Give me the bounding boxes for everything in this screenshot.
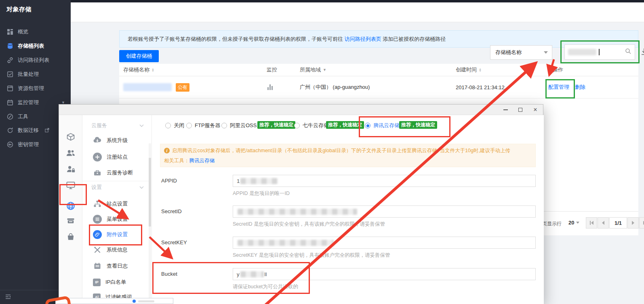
filter-funnel-icon[interactable]: ▼ <box>323 68 326 72</box>
menu-item-site-settings[interactable]: 站点设置 <box>82 197 149 211</box>
printer-icon[interactable] <box>66 216 76 226</box>
search-input[interactable] <box>564 44 635 60</box>
bucket-label: Bucket <box>161 268 177 280</box>
menu-item-attachment-settings[interactable]: 附件设置 <box>82 228 149 241</box>
sidebar-item-label: 存储桶列表 <box>18 42 44 50</box>
page-indicator: 1/1 <box>609 217 627 229</box>
bar-chart-icon[interactable] <box>267 84 273 90</box>
link-icon <box>7 57 13 63</box>
attachment-settings-panel: 关闭 FTP服务器 阿里云OSS 推荐，快速稳定 七牛云存储 推荐，快速稳定 腾… <box>152 115 544 304</box>
dialog-titlebar[interactable]: × <box>59 105 543 115</box>
banner-link[interactable]: 访问路径列表页 <box>345 36 381 42</box>
package-icon <box>7 85 13 92</box>
grid-icon <box>7 29 13 35</box>
sidebar-item-access-paths[interactable]: 访问路径列表 <box>0 53 71 67</box>
menu-item-system-upgrade[interactable]: 系统升级 <box>82 134 149 147</box>
sidebar-item-bucket-list[interactable]: 存储桶列表 <box>0 39 71 53</box>
sidebar-item-overview[interactable]: 概览 <box>0 25 71 39</box>
col-header-bucket-name: 存储桶名称 ▲▼ <box>123 64 154 76</box>
menu-item-ip-whitelist[interactable]: IP IP白名单 <box>82 275 149 289</box>
menu-item-view-logs[interactable]: 查看日志 <box>82 259 149 273</box>
cloud-download-icon <box>93 136 102 145</box>
menu-group-cloud[interactable]: 云服务 <box>91 122 144 129</box>
cloud-service-icon[interactable] <box>66 132 76 142</box>
menu-group-settings[interactable]: 设置 <box>91 184 144 191</box>
close-button[interactable]: × <box>529 106 541 113</box>
maximize-button[interactable] <box>514 106 526 113</box>
monitor-icon[interactable] <box>66 180 76 190</box>
bucket-help: 请保证bucket为可公共读取的 <box>233 283 298 290</box>
minimize-button[interactable] <box>499 106 511 113</box>
radio-tencent-cos[interactable]: 腾讯云存储 <box>365 122 400 129</box>
bucket-input[interactable]: y ll <box>233 268 536 280</box>
sidebar-item-label: 工具 <box>18 113 28 120</box>
cos-tool-link[interactable]: 腾讯云存储 <box>189 158 215 164</box>
radio-qiniu[interactable]: 七牛云存储 <box>294 122 329 129</box>
col-header-created: 创建时间 ▲▼ <box>456 64 482 76</box>
chevron-down-icon <box>544 51 548 54</box>
banner-text: 若根账号授予了子账号某存储桶的权限，但未授子账号获取存储桶列表的权限，子账号可前… <box>128 36 345 42</box>
screen: 存储桶列表 控制台文档 SDK文档 对象存储 概览 存储桶列表 访问路径列表 批… <box>0 0 644 304</box>
recommend-badge: 推荐，快速稳定 <box>257 121 295 129</box>
chevron-down-icon <box>576 222 579 224</box>
sidebar-item-label: 访问路径列表 <box>18 57 49 64</box>
last-page-button[interactable] <box>639 217 644 229</box>
radio-off[interactable]: 关闭 <box>165 122 184 129</box>
sidebar-item-label: 批量处理 <box>18 71 39 78</box>
sidebar-item-label: 数据迁移 <box>18 127 39 134</box>
sort-icon[interactable]: ▲▼ <box>152 68 154 72</box>
next-page-button[interactable] <box>627 217 639 229</box>
create-bucket-button[interactable]: 创建存储桶 <box>119 50 159 62</box>
delete-link[interactable]: 删除 <box>575 84 585 91</box>
sidebar-item-label: 监控管理 <box>18 99 39 106</box>
actions-cell: 配置管理 删除 <box>548 76 585 98</box>
monitor-cell[interactable] <box>267 76 273 98</box>
redacted-value <box>238 240 334 246</box>
notice-tools: 相关工具：腾讯云存储 <box>164 157 215 164</box>
radio-selected-icon <box>365 123 370 128</box>
dialog-menu: 云服务 系统升级 注册站点 云服务诊断 设置 站点设置 <box>82 115 152 304</box>
filter-field-select[interactable]: 存储桶名称 <box>490 45 552 60</box>
tooltip-fragment <box>55 298 173 304</box>
recommend-badge: 推荐，快速稳定 <box>326 121 364 129</box>
menu-item-menu-settings[interactable]: 菜单设置 <box>82 212 149 226</box>
paperclip-icon <box>93 230 102 239</box>
secretid-input[interactable] <box>233 205 536 218</box>
text-cursor <box>599 49 600 55</box>
prev-page-button[interactable] <box>598 217 609 229</box>
download-list-icon[interactable] <box>640 48 644 57</box>
plus-circle-icon <box>93 153 102 161</box>
bucket-name-cell[interactable]: 公有 <box>123 76 189 98</box>
radio-ftp[interactable]: FTP服务器 <box>186 122 221 129</box>
col-header-monitor: 监控 <box>267 64 277 76</box>
region-cell: 广州（中国） (ap-guangzhou) <box>300 76 370 98</box>
configure-link[interactable]: 配置管理 <box>548 84 569 91</box>
sidebar-item-batch[interactable]: 批量处理 <box>0 67 71 81</box>
recommend-badge: 推荐，快速稳定 <box>399 121 437 129</box>
top-strip <box>0 0 644 2</box>
bag-icon[interactable] <box>66 232 76 242</box>
blue-dot-icon <box>133 300 136 303</box>
appid-input[interactable]: 1 <box>233 175 536 187</box>
filter-selected-value: 存储桶名称 <box>495 49 522 56</box>
user-lock-icon[interactable] <box>66 164 76 174</box>
search-icon[interactable] <box>625 48 631 56</box>
sort-icon[interactable]: ▲▼ <box>479 68 482 72</box>
appid-label: APPID <box>161 175 177 187</box>
radio-aliyun-oss[interactable]: 阿里云OSS <box>221 122 257 129</box>
sidebar-item-label: 密钥管理 <box>18 141 39 148</box>
menu-item-cloud-diagnosis[interactable]: 云服务诊断 <box>82 166 149 180</box>
secretkey-input[interactable] <box>233 237 536 249</box>
sidebar-item-resource-pack[interactable]: 资源包管理 <box>0 82 71 95</box>
menu-item-register-site[interactable]: 注册站点 <box>82 150 149 164</box>
external-link-icon <box>45 128 49 134</box>
col-header-region: 所属地域 ▼ <box>300 64 326 76</box>
menu-scrollbar[interactable] <box>149 143 151 303</box>
users-icon[interactable] <box>66 148 76 158</box>
collapse-sidebar-icon[interactable] <box>5 294 11 302</box>
visibility-badge: 公有 <box>176 83 189 92</box>
globe-icon[interactable] <box>66 201 76 211</box>
page-size-select[interactable]: 20 <box>568 220 579 226</box>
first-page-button[interactable] <box>586 217 597 229</box>
menu-item-system-info[interactable]: 系统信息 <box>82 243 149 257</box>
